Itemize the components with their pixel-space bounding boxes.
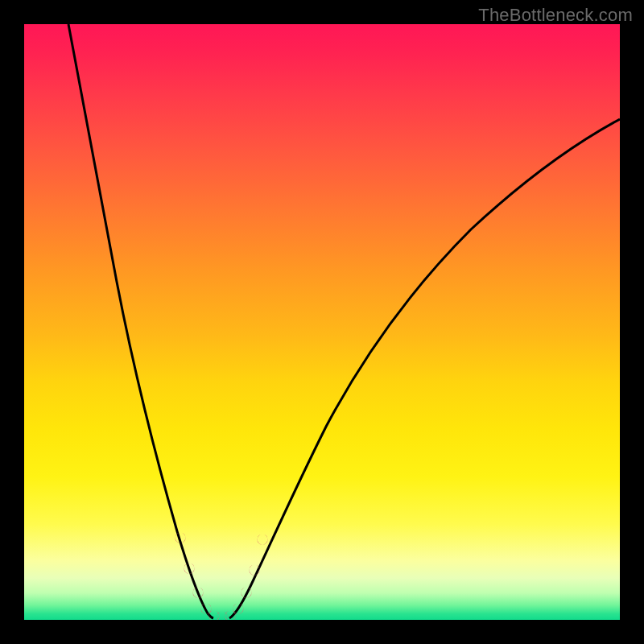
chart-frame: TheBottleneck.com <box>0 0 644 644</box>
curve-layer <box>24 24 620 620</box>
curve-left-branch <box>68 24 213 618</box>
curve-right-branch <box>229 119 620 618</box>
watermark-text: TheBottleneck.com <box>478 5 633 26</box>
plot-area <box>24 24 620 620</box>
